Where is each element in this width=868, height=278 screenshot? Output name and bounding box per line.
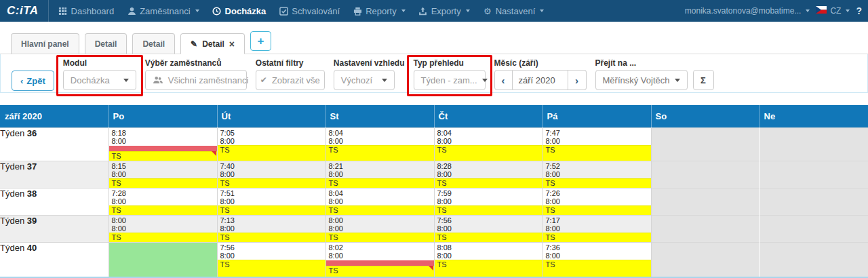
day-cell[interactable]: 8:218:00TS [326, 161, 434, 188]
day-cell[interactable] [108, 242, 217, 277]
nav-item-label: Reporty [366, 6, 397, 16]
worked-time: 8:048:00 [326, 128, 434, 145]
toolbar: ‹ Zpět Modul Docházka Výběr zaměstnanců … [0, 54, 868, 93]
worked-time: 8:188:00 [109, 128, 217, 145]
appearance-select[interactable]: Výchozí [334, 70, 395, 90]
goto-employee-value: Měřínský Vojtěch [603, 75, 670, 85]
nav-item-reporty[interactable]: Reporty [353, 6, 406, 16]
day-cell[interactable] [760, 127, 868, 161]
sum-button[interactable]: Σ [693, 70, 714, 90]
month-input[interactable]: září 2020 [513, 70, 568, 90]
next-month-button[interactable]: › [568, 70, 587, 90]
shift-badge: TS [326, 145, 434, 161]
day-cell[interactable]: 7:518:00TS [217, 188, 326, 215]
worked-time: 8:218:00 [326, 161, 434, 178]
week-label: Týden 39 [0, 215, 108, 242]
worked-time: 7:058:00 [218, 128, 326, 145]
week-row: Týden 407:568:00TS8:028:00TS8:088:00TS7:… [0, 242, 868, 277]
tab-1[interactable]: Hlavní panel [11, 33, 79, 54]
day-cell[interactable]: 8:028:00TS [326, 242, 434, 277]
other-filters-group: Ostatní filtry ✔ Zobrazit vše [256, 58, 325, 90]
worked-time: 8:088:00 [435, 243, 542, 260]
day-cell[interactable] [760, 161, 868, 188]
day-cell[interactable]: 7:268:00TS [542, 188, 651, 215]
view-type-label: Typ přehledu [414, 58, 486, 68]
goto-employee-select[interactable]: Měřínský Vojtěch [595, 70, 688, 90]
add-tab-button[interactable]: + [250, 31, 271, 51]
day-cell[interactable]: 8:008:00TS [108, 215, 217, 242]
nav-item-dochazka[interactable]: Docházka [212, 6, 267, 16]
day-cell[interactable]: 7:288:00TS [108, 188, 217, 215]
back-button-label: Zpět [26, 76, 45, 86]
day-cell[interactable]: 8:048:00TS [326, 188, 434, 215]
day-cell[interactable]: 7:528:00TS [542, 161, 651, 188]
user-menu[interactable]: monika.svatonova@mobatime... [685, 6, 810, 16]
tab-4[interactable]: ✎Detail× [180, 33, 245, 54]
alert-stripe [326, 260, 434, 266]
nav-item-schvalovani[interactable]: Schvalování [279, 6, 340, 16]
nav-item-exporty[interactable]: Exporty [418, 6, 470, 16]
nav-item-nastaveni[interactable]: ⚙Nastavení [483, 6, 545, 16]
day-cell[interactable] [760, 188, 868, 215]
tab-2[interactable]: Detail [85, 33, 127, 54]
day-cell[interactable]: 8:088:00TS [434, 242, 542, 277]
week-label: Týden 40 [0, 242, 108, 277]
goto-label: Přejít na ... [595, 58, 714, 68]
modul-select[interactable]: Docházka [63, 70, 136, 90]
day-cell[interactable]: 7:598:00TS [434, 188, 542, 215]
day-cell[interactable]: 7:368:00TS [542, 242, 651, 277]
help-button[interactable]: ? [856, 5, 863, 16]
day-cell[interactable] [760, 215, 868, 242]
day-cell[interactable]: 8:048:00TS [434, 127, 542, 161]
shift-badge: TS [435, 145, 542, 161]
day-cell[interactable] [651, 127, 760, 161]
day-cell[interactable] [651, 242, 760, 277]
shift-badge: TS [435, 233, 542, 242]
back-button[interactable]: ‹ Zpět [12, 71, 54, 91]
employee-select-button[interactable]: Všichni zaměstnanci [145, 70, 247, 90]
day-cell[interactable]: 7:178:00TS [542, 215, 651, 242]
worked-time: 7:568:00 [218, 243, 326, 260]
shift-badge: TS [543, 205, 651, 215]
chevron-down-icon [675, 79, 680, 82]
shift-badge: TS [543, 233, 651, 242]
day-cell[interactable]: 8:288:00TS [434, 161, 542, 188]
day-cell[interactable]: 7:478:00TS [542, 127, 651, 161]
alert-stripe [109, 146, 217, 151]
goto-group: Přejít na ... Měřínský Vojtěch Σ [595, 58, 714, 90]
view-type-select[interactable]: Týden - zam... [414, 70, 486, 90]
day-cell[interactable]: 8:008:00TS [326, 215, 434, 242]
day-cell[interactable]: 7:568:00TS [434, 215, 542, 242]
day-cell[interactable] [651, 215, 760, 242]
day-cell[interactable]: 8:048:00TS [326, 127, 434, 161]
day-cell[interactable]: 7:058:00TS [217, 127, 326, 161]
worked-time: 7:478:00 [543, 128, 651, 145]
app-logo[interactable]: C:iTA [5, 4, 48, 18]
shift-badge: TS [543, 260, 651, 277]
nav-item-zamestnanci[interactable]: Zaměstnanci [127, 6, 199, 16]
chevron-left-icon: ‹ [502, 75, 505, 86]
week-row: Týden 378:158:00TS7:408:00TS8:218:00TS8:… [0, 161, 868, 188]
day-cell[interactable]: 8:158:00TS [108, 161, 217, 188]
day-cell[interactable] [760, 242, 868, 277]
day-cell[interactable]: 7:408:00TS [217, 161, 326, 188]
show-all-button[interactable]: ✔ Zobrazit vše [256, 70, 325, 90]
worked-time: 7:268:00 [543, 188, 651, 205]
shift-badge: TS [435, 178, 542, 188]
day-cell[interactable]: 7:568:00TS [217, 242, 326, 277]
shift-badge: TS [435, 205, 542, 215]
week-label: Týden 36 [0, 127, 108, 161]
tab-3[interactable]: Detail [132, 33, 175, 54]
day-cell[interactable] [651, 188, 760, 215]
day-cell[interactable]: 7:138:00TS [217, 215, 326, 242]
language-menu[interactable]: CZ [816, 6, 850, 16]
shift-badge: TS [218, 178, 326, 188]
day-cell[interactable] [651, 161, 760, 188]
nav-item-label: Exporty [431, 6, 461, 16]
previous-month-button[interactable]: ‹ [494, 70, 513, 90]
close-tab-icon[interactable]: × [229, 41, 235, 47]
chevron-down-icon [540, 9, 544, 12]
nav-item-dashboard[interactable]: Dashboard [58, 6, 115, 16]
day-cell[interactable]: 8:188:00TS [108, 127, 217, 161]
worked-time: 8:008:00 [326, 216, 434, 233]
